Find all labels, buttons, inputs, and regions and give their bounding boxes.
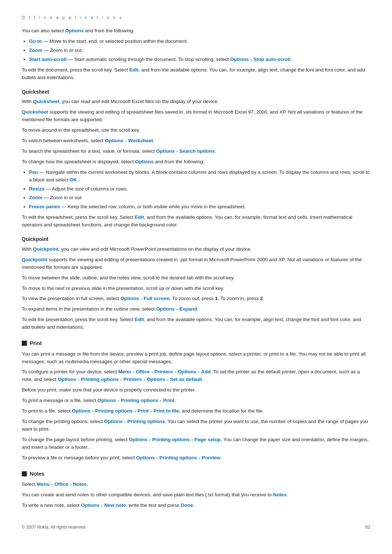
print-para3: Before you print, make sure that your de… — [22, 386, 370, 394]
stop-autoscroll-link[interactable]: Stop auto-scroll — [253, 57, 291, 62]
printers-link-p2b[interactable]: Printers — [123, 377, 142, 382]
print-para1: You can print a message or file from the… — [22, 350, 370, 366]
notes-link-n1[interactable]: Notes — [73, 481, 87, 487]
print-para7: To change the page layout before printin… — [22, 436, 370, 451]
list-item-goto: Go to — Move to the start, end, or selec… — [29, 38, 370, 45]
print-para8: To preview a file or message before you … — [22, 454, 370, 462]
search-options-link[interactable]: Search options — [179, 148, 215, 154]
worksheet-link[interactable]: Worksheet — [128, 138, 153, 143]
options-link-n3[interactable]: Options — [81, 502, 99, 508]
set-default-link-p2[interactable]: Set as default — [170, 377, 202, 382]
options-link-p5[interactable]: Options — [72, 408, 90, 414]
notes-box-icon — [22, 471, 27, 476]
options-link-p2b[interactable]: Options — [58, 377, 76, 382]
quicksheet-para1: With Quicksheet, you can read and edit M… — [22, 98, 370, 106]
start-autoscroll-link[interactable]: Start auto-scroll — [29, 57, 67, 62]
notes-para1: Select Menu › Office › Notes. — [22, 481, 370, 488]
page-header: O f f i c e a p p l i c a t i o n s — [22, 15, 370, 21]
options-link-qp5[interactable]: Options — [121, 296, 139, 301]
list-item-zoom2: Zoom — Zoom in or out — [29, 194, 370, 202]
options-link-qs6[interactable]: Options — [135, 159, 154, 164]
options-link-autoscroll[interactable]: Options — [230, 57, 249, 62]
zoom-link[interactable]: Zoom — [29, 48, 42, 53]
office-link-p2[interactable]: Office — [136, 369, 150, 374]
page-setup-link[interactable]: Page setup — [195, 437, 221, 442]
quicksheet-edit-para: To edit the spreadsheet, press the scrol… — [22, 214, 370, 229]
list-item-resize: Resize — Adjust the size of columns or r… — [29, 185, 370, 193]
quicksheet-para3: To move around in the spreadsheet, use t… — [22, 127, 370, 134]
print-link-p5[interactable]: Print — [138, 408, 149, 414]
print-heading-label: Print — [30, 339, 42, 347]
ok-link[interactable]: OK — [70, 177, 77, 182]
options-link-p4[interactable]: Options — [98, 398, 116, 403]
print-link-p4[interactable]: Print — [163, 398, 175, 403]
zoom-link2[interactable]: Zoom — [29, 195, 42, 200]
quickpoint-para6: To expand items in the presentation in t… — [22, 305, 370, 313]
notes-heading-label: Notes — [30, 470, 44, 478]
pan-link[interactable]: Pan — [29, 169, 38, 175]
list-item-pan: Pan — Navigate within the current worksh… — [29, 169, 370, 184]
list-item-zoom: Zoom — Zoom in or out. — [29, 47, 370, 54]
resize-link[interactable]: Resize — [29, 186, 45, 192]
intro-text2: and from the following: — [84, 28, 135, 33]
notes-link-n2[interactable]: Notes — [273, 492, 287, 497]
copyright-text: © 2007 Nokia. All rights reserved. — [22, 524, 86, 531]
quicksheet-para2: Quicksheet supports the viewing and edit… — [22, 108, 370, 124]
options-link-p2c[interactable]: Options — [147, 377, 165, 382]
printers-link-p2[interactable]: Printers — [155, 369, 173, 374]
options-link-qs4[interactable]: Options — [105, 138, 123, 143]
print-box-icon — [22, 341, 27, 346]
quicksheet-link1[interactable]: Quicksheet — [33, 99, 60, 104]
print-section-heading: Print — [22, 339, 370, 347]
add-link-p2[interactable]: Add — [201, 369, 211, 374]
quicksheet-link2[interactable]: Quicksheet — [22, 109, 48, 115]
quicksheet-para6: To change how the spreadsheet is display… — [22, 158, 370, 166]
list-item-autoscroll: Start auto-scroll — Start automatic scro… — [29, 56, 370, 63]
print-to-file-link[interactable]: Print to file — [154, 408, 179, 414]
printing-options-link-p5[interactable]: Printing options — [95, 408, 133, 414]
edit-link[interactable]: Edit — [129, 67, 139, 73]
edit-link-qp[interactable]: Edit — [135, 317, 144, 322]
quickpoint-link2[interactable]: Quickpoint — [22, 257, 48, 262]
quickpoint-para3: To move between the slide, outline, and … — [22, 274, 370, 282]
list-item-freeze: Freeze panes — Keep the selected row, co… — [29, 203, 370, 211]
quickpoint-para2: Quickpoint supports the viewing and edit… — [22, 256, 370, 271]
menu-link-p2[interactable]: Menu — [118, 369, 131, 374]
full-screen-link[interactable]: Full screen — [144, 296, 170, 301]
notes-para3: To write a new note, select Options › Ne… — [22, 502, 370, 509]
quickpoint-para5: To view the presentation in full screen,… — [22, 295, 370, 303]
intro-options-link[interactable]: Options — [65, 28, 84, 33]
notes-section-heading: Notes — [22, 470, 370, 478]
options-link-p7[interactable]: Options — [129, 437, 147, 442]
quicksheet-para4: To switch between worksheets, select Opt… — [22, 137, 370, 145]
options-link-qs5[interactable]: Options — [156, 148, 175, 154]
done-link[interactable]: Done — [181, 502, 193, 508]
notes-para2: You can create and send notes to other c… — [22, 491, 370, 499]
quickpoint-link1[interactable]: Quickpoint — [33, 246, 59, 252]
freeze-panes-link[interactable]: Freeze panes — [29, 204, 60, 209]
options-link-p2[interactable]: Options — [178, 369, 196, 374]
quickpoint-heading: Quickpoint — [22, 235, 370, 243]
new-note-link[interactable]: New note — [104, 502, 126, 508]
printing-options-link-p4[interactable]: Printing options — [121, 398, 159, 403]
goto-link[interactable]: Go to — [29, 38, 42, 44]
printing-options-link-p2b[interactable]: Printing options — [81, 377, 119, 382]
edit-para: To edit the document, press the scroll k… — [22, 66, 370, 82]
options-link-p8[interactable]: Options — [136, 455, 155, 460]
chevron-autoscroll: › — [250, 57, 253, 62]
options-link-p6[interactable]: Options — [104, 419, 123, 424]
printing-options-link-p8[interactable]: Printing options — [159, 455, 197, 460]
print-para6: To change the printing options, select O… — [22, 418, 370, 433]
quickpoint-para4: To move to the next or previous slide in… — [22, 285, 370, 292]
expand-link[interactable]: Expand — [179, 306, 197, 312]
bullet-list-goto-zoom: Go to — Move to the start, end, or selec… — [29, 38, 370, 63]
printing-options-link-p7[interactable]: Printing options — [152, 437, 190, 442]
edit-link-qs[interactable]: Edit — [135, 214, 144, 220]
preview-link[interactable]: Preview — [202, 455, 220, 460]
quicksheet-para5: To search the spreadsheet for a text, va… — [22, 148, 370, 155]
office-link-n1[interactable]: Office — [54, 481, 68, 487]
options-link-qp6[interactable]: Options — [156, 306, 175, 312]
print-para2: To configure a printer for your device, … — [22, 368, 370, 383]
printing-options-link-p6[interactable]: Printing options — [127, 419, 165, 424]
menu-link-n1[interactable]: Menu — [37, 481, 49, 487]
